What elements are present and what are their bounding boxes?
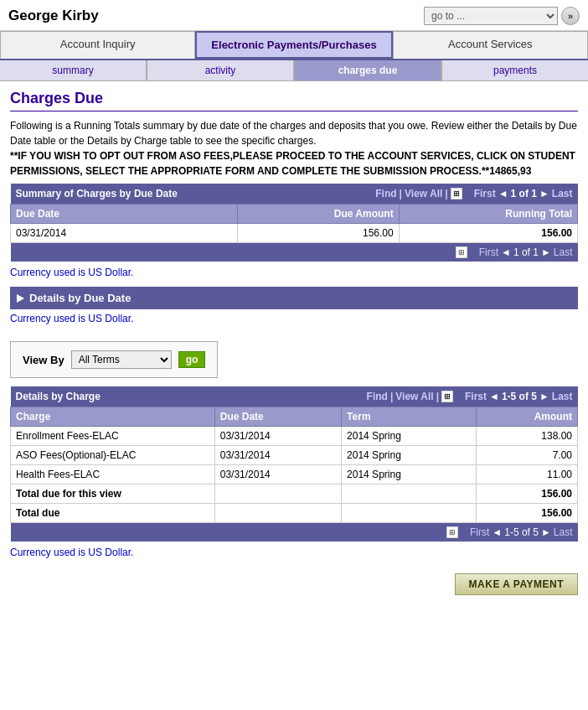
user-name: George Kirby xyxy=(8,8,99,24)
details-due-date-header[interactable]: Details by Due Date xyxy=(10,287,578,309)
summary-icon: ⊞ xyxy=(451,188,462,200)
charge-footer-prev-icon[interactable]: ◄ xyxy=(492,526,502,538)
summary-find-link[interactable]: Find xyxy=(375,188,396,200)
charge-row-2: ASO Fees(Optional)-ELAC 03/31/2014 2014 … xyxy=(11,446,578,465)
charge-header-pagination: Find | View All | ⊞ First ◄ 1-5 of 5 ► L… xyxy=(219,391,572,402)
charge-row1-term: 2014 Spring xyxy=(342,427,477,446)
summary-col-headers: Due Date Due Amount Running Total xyxy=(11,205,578,224)
col-due-date2: Due Date xyxy=(214,407,341,427)
charge-table-footer: ⊞ First ◄ 1-5 of 5 ► Last xyxy=(11,523,578,542)
total-due-blank1 xyxy=(214,504,341,523)
expand-triangle-icon xyxy=(17,294,24,303)
charge-prev-icon[interactable]: ◄ xyxy=(489,391,499,402)
charge-footer-pagination-inner: ⊞ First ◄ 1-5 of 5 ► Last xyxy=(16,526,573,538)
page-header: George Kirby go to ... » xyxy=(0,0,588,31)
charge-row2-term: 2014 Spring xyxy=(342,446,477,465)
subtab-charges-due[interactable]: charges due xyxy=(295,60,442,80)
charge-row3-name: Health Fees-ELAC xyxy=(11,465,215,485)
charge-footer-first-link[interactable]: First xyxy=(470,526,489,538)
col-term: Term xyxy=(342,407,477,427)
col-due-date: Due Date xyxy=(11,205,238,224)
summary-footer-icon: ⊞ xyxy=(456,246,467,258)
tab-account-services[interactable]: Account Services xyxy=(393,31,588,59)
charge-footer-last-link[interactable]: Last xyxy=(554,526,573,538)
summary-row-1: 03/31/2014 156.00 156.00 xyxy=(11,224,578,243)
charge-next-icon[interactable]: ► xyxy=(539,391,549,402)
charge-viewall-link[interactable]: View All xyxy=(395,391,433,402)
total-view-label: Total due for this view xyxy=(11,485,215,504)
total-view-blank1 xyxy=(214,485,341,504)
charge-row1-name: Enrollment Fees-ELAC xyxy=(11,427,215,446)
goto-section: go to ... » xyxy=(424,7,580,25)
details-due-date-section: Details by Due Date Currency used is US … xyxy=(10,287,578,324)
summary-row1-total: 156.00 xyxy=(399,224,577,243)
col-running-total: Running Total xyxy=(399,205,577,224)
view-by-label: View By xyxy=(23,354,64,366)
summary-row1-amount: 156.00 xyxy=(237,224,399,243)
summary-prev-icon[interactable]: ◄ xyxy=(498,188,508,200)
tab-account-inquiry[interactable]: Account Inquiry xyxy=(0,31,195,59)
summary-table-header: Summary of Charges by Due Date Find | Vi… xyxy=(11,184,578,205)
charge-row3-date: 03/31/2014 xyxy=(214,465,341,485)
total-due-blank2 xyxy=(342,504,477,523)
top-navigation: Account Inquiry Electronic Payments/Purc… xyxy=(0,31,588,60)
summary-charges-table: Summary of Charges by Due Date Find | Vi… xyxy=(10,184,578,262)
charge-row2-name: ASO Fees(Optional)-ELAC xyxy=(11,446,215,465)
charge-currency-note: Currency used is US Dollar. xyxy=(10,547,578,558)
details-due-date-title: Details by Due Date xyxy=(29,292,131,304)
description-block: Following is a Running Totals summary by… xyxy=(10,118,578,179)
view-by-select[interactable]: All Terms Current Term Past Terms xyxy=(71,350,172,369)
subtab-summary[interactable]: summary xyxy=(0,60,147,80)
charge-footer-pagination: ⊞ First ◄ 1-5 of 5 ► Last xyxy=(11,523,578,542)
charge-total-due-row: Total due 156.00 xyxy=(11,504,578,523)
summary-row1-date: 03/31/2014 xyxy=(11,224,238,243)
summary-first-link[interactable]: First xyxy=(474,188,496,200)
summary-table-footer: ⊞ First ◄ 1 of 1 ► Last xyxy=(11,243,578,262)
charge-row2-date: 03/31/2014 xyxy=(214,446,341,465)
total-due-label: Total due xyxy=(11,504,215,523)
charge-find-link[interactable]: Find xyxy=(367,391,388,402)
charge-row3-amount: 11.00 xyxy=(477,465,578,485)
subtab-payments[interactable]: payments xyxy=(442,60,588,80)
charge-last-link[interactable]: Last xyxy=(552,391,573,402)
charge-header-title: Details by Charge xyxy=(11,386,215,407)
goto-arrow-button[interactable]: » xyxy=(561,7,580,25)
charge-row-3: Health Fees-ELAC 03/31/2014 2014 Spring … xyxy=(11,465,578,485)
tab-electronic-payments[interactable]: Electronic Payments/Purchases xyxy=(195,31,392,59)
view-by-section: View By All Terms Current Term Past Term… xyxy=(10,341,218,378)
details-due-date-currency: Currency used is US Dollar. xyxy=(10,313,578,324)
summary-last-link[interactable]: Last xyxy=(552,188,573,200)
summary-footer-pagination-inner: ⊞ First ◄ 1 of 1 ► Last xyxy=(16,246,573,258)
summary-viewall-link[interactable]: View All xyxy=(405,188,442,200)
charge-table-header: Details by Charge Find | View All | ⊞ Fi… xyxy=(11,386,578,407)
charge-row1-amount: 138.00 xyxy=(477,427,578,446)
summary-footer-next-icon[interactable]: ► xyxy=(541,246,551,258)
summary-footer-first-link[interactable]: First xyxy=(479,246,498,258)
summary-footer-pagination: ⊞ First ◄ 1 of 1 ► Last xyxy=(11,243,578,262)
total-view-blank2 xyxy=(342,485,477,504)
charge-first-link[interactable]: First xyxy=(465,391,487,402)
charge-row1-date: 03/31/2014 xyxy=(214,427,341,446)
col-charge: Charge xyxy=(11,407,215,427)
col-due-amount: Due Amount xyxy=(237,205,399,224)
goto-select[interactable]: go to ... xyxy=(424,7,558,25)
make-payment-button[interactable]: Make A Payment xyxy=(455,573,578,595)
go-button[interactable]: go xyxy=(178,351,206,368)
summary-next-icon[interactable]: ► xyxy=(539,188,549,200)
summary-header-title: Summary of Charges by Due Date xyxy=(11,184,238,205)
summary-footer-last-link[interactable]: Last xyxy=(554,246,573,258)
details-charge-table: Details by Charge Find | View All | ⊞ Fi… xyxy=(10,386,578,542)
charge-row-1: Enrollment Fees-ELAC 03/31/2014 2014 Spr… xyxy=(11,427,578,446)
charge-row3-term: 2014 Spring xyxy=(342,465,477,485)
main-content: Charges Due Following is a Running Total… xyxy=(0,81,588,607)
charge-footer-next-icon[interactable]: ► xyxy=(541,526,551,538)
charge-header-pagination-cell: Find | View All | ⊞ First ◄ 1-5 of 5 ► L… xyxy=(214,386,577,407)
summary-footer-prev-icon[interactable]: ◄ xyxy=(501,246,511,258)
page-title: Charges Due xyxy=(10,90,578,107)
summary-header-pagination: Find | View All | ⊞ First ◄ 1 of 1 ► Las… xyxy=(242,188,572,200)
charge-total-view-row: Total due for this view 156.00 xyxy=(11,485,578,504)
subtab-activity[interactable]: activity xyxy=(147,60,295,80)
col-amount: Amount xyxy=(477,407,578,427)
charge-icon: ⊞ xyxy=(441,391,453,402)
total-view-amount: 156.00 xyxy=(477,485,578,504)
